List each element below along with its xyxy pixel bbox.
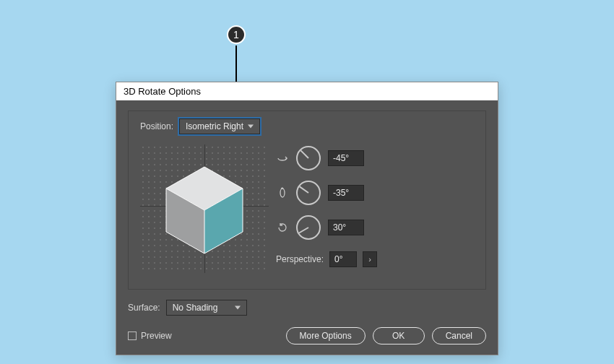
more-options-label: More Options	[300, 331, 352, 341]
main-row: -45° -35°	[140, 144, 474, 273]
dialog-title: 3D Rotate Options	[116, 82, 498, 100]
callout-badge: 1	[227, 25, 246, 44]
rotation-y-row: -35°	[276, 181, 474, 205]
rotate-z-icon	[276, 222, 289, 233]
cube-preview[interactable]	[140, 144, 269, 273]
button-group: More Options OK Cancel	[286, 327, 486, 344]
position-select[interactable]: Isometric Right	[179, 118, 260, 134]
dial-needle	[299, 186, 308, 194]
rotation-z-row: 30°	[276, 215, 474, 240]
cube-icon	[161, 162, 248, 256]
perspective-more-button[interactable]: ›	[363, 251, 377, 267]
rotate-y-icon	[276, 187, 289, 199]
rotation-x-input[interactable]: -45°	[328, 150, 364, 166]
position-value: Isometric Right	[186, 121, 243, 131]
perspective-label: Perspective:	[276, 254, 324, 264]
rotation-dials: -45° -35°	[276, 144, 474, 273]
dialog-3d-rotate-options: 3D Rotate Options Position: Isometric Ri…	[116, 82, 498, 355]
chevron-down-icon	[235, 306, 241, 310]
preview-checkbox[interactable]: Preview	[128, 331, 172, 341]
perspective-input[interactable]: 0°	[329, 251, 357, 267]
ok-label: OK	[392, 331, 405, 341]
preview-label: Preview	[141, 331, 172, 341]
rotation-x-row: -45°	[276, 146, 474, 170]
cancel-button[interactable]: Cancel	[432, 327, 486, 344]
rotation-y-value: -35°	[333, 188, 349, 198]
rotation-x-value: -45°	[333, 153, 349, 163]
more-options-button[interactable]: More Options	[286, 327, 366, 344]
surface-select[interactable]: No Shading	[166, 300, 247, 316]
dialog-footer: Preview More Options OK Cancel	[128, 327, 486, 344]
rotation-y-input[interactable]: -35°	[328, 185, 364, 201]
surface-label: Surface:	[128, 303, 160, 313]
chevron-down-icon	[248, 125, 254, 129]
checkbox-icon	[128, 332, 137, 340]
cancel-label: Cancel	[446, 331, 472, 341]
ok-button[interactable]: OK	[373, 327, 425, 344]
rotation-x-dial[interactable]	[296, 146, 321, 170]
rotation-z-value: 30°	[333, 222, 346, 233]
rotation-z-input[interactable]: 30°	[328, 220, 364, 235]
surface-row: Surface: No Shading	[128, 300, 486, 316]
rotation-panel: Position: Isometric Right	[128, 110, 486, 290]
chevron-right-icon: ›	[368, 255, 371, 264]
perspective-value: 0°	[334, 254, 342, 264]
rotation-z-dial[interactable]	[296, 215, 321, 240]
rotate-x-icon	[276, 152, 289, 164]
perspective-row: Perspective: 0° ›	[276, 251, 474, 267]
callout-number: 1	[233, 29, 239, 40]
svg-point-0	[280, 188, 285, 197]
surface-value: No Shading	[173, 303, 218, 313]
dial-needle	[299, 227, 309, 233]
position-label: Position:	[140, 121, 173, 131]
rotation-y-dial[interactable]	[296, 181, 321, 205]
dialog-body: Position: Isometric Right	[116, 100, 498, 355]
position-row: Position: Isometric Right	[140, 118, 474, 134]
dial-needle	[300, 150, 309, 159]
